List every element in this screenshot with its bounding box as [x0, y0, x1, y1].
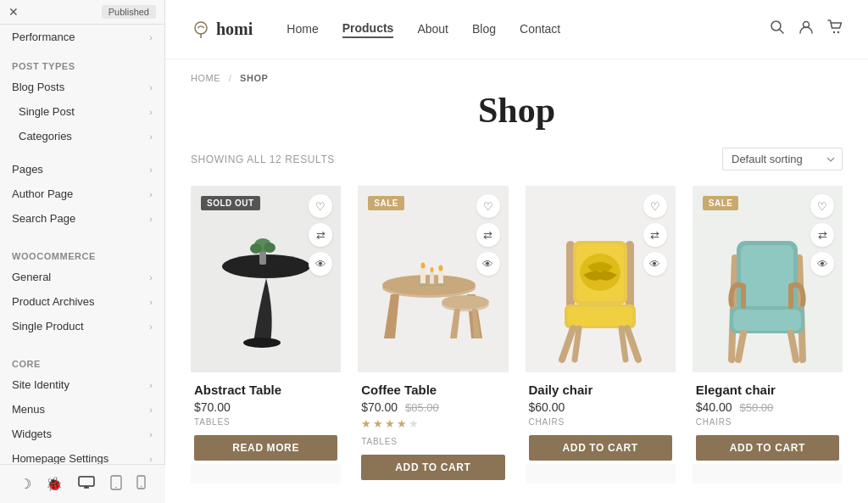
sidebar-top-bar: ✕ Published: [0, 0, 164, 25]
compare-icon[interactable]: ⇄: [309, 223, 332, 247]
sidebar-section-post-types: Post Types: [0, 49, 164, 75]
close-icon[interactable]: ✕: [8, 6, 19, 18]
sidebar-item-widgets[interactable]: Widgets ›: [0, 422, 164, 446]
user-icon[interactable]: [798, 20, 814, 39]
star-4: ★: [397, 417, 407, 430]
product-name: Elegant chair: [696, 383, 839, 397]
nav-home[interactable]: Home: [287, 22, 318, 37]
product-info: Elegant chair $40.00 $50.00 CHAIRS Add t…: [693, 372, 843, 464]
bug-icon[interactable]: 🐞: [39, 472, 70, 495]
star-5: ★: [409, 417, 419, 430]
wishlist-icon[interactable]: ♡: [309, 194, 332, 218]
badge-sold-out: SOLD OUT: [201, 196, 260, 210]
sidebar-item-search-page[interactable]: Search Page ›: [0, 206, 164, 231]
svg-rect-20: [420, 266, 426, 285]
chevron-right-icon: ›: [149, 321, 153, 332]
svg-rect-0: [79, 477, 94, 486]
quickview-icon[interactable]: 👁: [643, 252, 667, 276]
product-stars: ★ ★ ★ ★ ★: [361, 417, 504, 430]
tablet-icon[interactable]: [103, 472, 129, 497]
compare-icon[interactable]: ⇄: [476, 223, 500, 247]
sidebar: ✕ Published Performance › Post Types Blo…: [0, 0, 165, 503]
wishlist-icon[interactable]: ♡: [643, 194, 667, 218]
product-price: $60.00: [529, 400, 672, 414]
sidebar-content: Performance › Post Types Blog Posts › Si…: [0, 25, 164, 503]
search-icon[interactable]: [770, 20, 785, 39]
svg-point-14: [250, 243, 262, 254]
mobile-icon[interactable]: [130, 472, 153, 496]
chevron-right-icon: ›: [149, 214, 153, 224]
chevron-right-icon: ›: [149, 454, 153, 464]
add-to-cart-button[interactable]: Add to cart: [529, 435, 672, 461]
sidebar-item-blog-posts[interactable]: Blog Posts ›: [0, 75, 164, 99]
nav-about[interactable]: About: [417, 22, 448, 37]
sidebar-item-single-product[interactable]: Single Product ›: [0, 314, 164, 338]
product-actions: ♡ ⇄ 👁: [810, 194, 834, 276]
desktop-icon[interactable]: [71, 472, 102, 496]
moon-icon[interactable]: ☽: [13, 472, 38, 495]
breadcrumb-current: SHOP: [240, 73, 268, 83]
product-name: Abstract Table: [194, 383, 337, 397]
product-card[interactable]: ♡ ⇄ 👁 Daily chair $60.00 CHAIRS Add to c…: [526, 186, 676, 483]
svg-point-8: [833, 31, 835, 33]
published-badge: Published: [102, 5, 156, 19]
shop-title: Shop: [191, 90, 843, 131]
quickview-icon[interactable]: 👁: [309, 252, 332, 276]
product-image-daily-chair: ♡ ⇄ 👁: [526, 186, 676, 372]
sidebar-item-general[interactable]: General ›: [0, 265, 164, 289]
nav-contact[interactable]: Contact: [520, 22, 560, 37]
logo-icon: [191, 20, 211, 40]
add-to-cart-button[interactable]: Add to cart: [696, 435, 839, 461]
star-2: ★: [373, 417, 383, 430]
sidebar-item-pages[interactable]: Pages ›: [0, 157, 164, 182]
read-more-button[interactable]: Read more: [194, 435, 337, 461]
product-image-abstract-table: SOLD OUT ♡ ⇄ 👁: [191, 186, 341, 372]
svg-point-15: [264, 243, 275, 253]
add-to-cart-button[interactable]: Add to cart: [361, 455, 504, 480]
cart-icon[interactable]: [827, 20, 843, 39]
svg-rect-33: [568, 307, 632, 326]
svg-point-19: [442, 295, 489, 309]
wishlist-icon[interactable]: ♡: [810, 194, 834, 218]
compare-icon[interactable]: ⇄: [643, 223, 667, 247]
sidebar-item-categories[interactable]: Categories ›: [0, 124, 164, 148]
chevron-right-icon: ›: [149, 131, 153, 142]
compare-icon[interactable]: ⇄: [810, 223, 834, 247]
logo-text: homi: [216, 20, 253, 39]
nav-blog[interactable]: Blog: [472, 22, 496, 37]
nav-icons: [770, 20, 843, 39]
svg-rect-21: [430, 271, 434, 285]
sidebar-item-single-post[interactable]: Single Post ›: [0, 99, 164, 124]
wishlist-icon[interactable]: ♡: [476, 194, 500, 218]
breadcrumb-home: HOME: [191, 73, 220, 83]
svg-point-25: [438, 265, 442, 271]
product-actions: ♡ ⇄ 👁: [476, 194, 500, 276]
sidebar-item-performance[interactable]: Performance ›: [0, 25, 164, 49]
sidebar-item-site-identity[interactable]: Site Identity ›: [0, 372, 164, 397]
product-card[interactable]: SALE ♡ ⇄ 👁 Coffee Table $70.00 $85.00 ★: [358, 186, 508, 483]
navbar: homi Home Products About Blog Contact: [165, 0, 868, 59]
sidebar-item-menus[interactable]: Menus ›: [0, 397, 164, 422]
quickview-icon[interactable]: 👁: [476, 252, 500, 276]
nav-products[interactable]: Products: [342, 21, 394, 38]
quickview-icon[interactable]: 👁: [810, 252, 834, 276]
breadcrumb: HOME / SHOP: [191, 59, 843, 90]
sidebar-item-product-archives[interactable]: Product Archives ›: [0, 289, 164, 314]
svg-point-9: [837, 31, 839, 33]
product-category: CHAIRS: [696, 417, 839, 427]
product-info: Daily chair $60.00 CHAIRS Add to cart: [526, 372, 676, 464]
product-card[interactable]: SALE ♡ ⇄ 👁 Elegant chair $40.00 $50.00 C…: [693, 186, 843, 483]
product-card[interactable]: SOLD OUT ♡ ⇄ 👁 Abstract Table $70.00 TAB…: [191, 186, 341, 483]
main-content: homi Home Products About Blog Contact HO…: [165, 0, 868, 503]
sidebar-item-author-page[interactable]: Author Page ›: [0, 182, 164, 206]
product-info: Abstract Table $70.00 TABLES Read more: [191, 372, 341, 464]
svg-rect-37: [733, 310, 801, 331]
svg-point-5: [195, 22, 207, 34]
badge-sale: SALE: [703, 196, 739, 210]
sort-select[interactable]: Default sorting Sort by popularity Sort …: [722, 148, 843, 170]
shop-content: HOME / SHOP Shop SHOWING ALL 12 RESULTS …: [165, 59, 868, 503]
chevron-right-icon: ›: [149, 272, 153, 282]
svg-point-24: [430, 267, 433, 272]
product-name: Daily chair: [529, 383, 672, 397]
chevron-right-icon: ›: [149, 429, 153, 439]
